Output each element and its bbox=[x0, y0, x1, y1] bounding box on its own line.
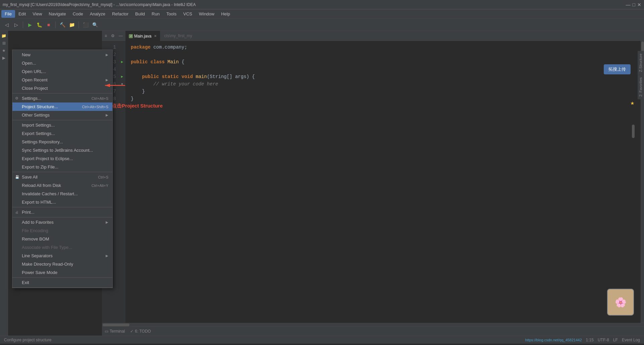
menu-file[interactable]: File bbox=[1, 10, 15, 18]
menu-run[interactable]: Run bbox=[148, 10, 163, 18]
menu-close-project[interactable]: Close Project bbox=[12, 84, 112, 92]
code-editor[interactable]: 1 2 3 4 5 6 7 8 9 ▶ ▶ bbox=[102, 41, 644, 323]
menu-power-save-mode-label: Power Save Mode bbox=[22, 270, 57, 275]
menu-view[interactable]: View bbox=[29, 10, 45, 18]
menu-import-settings[interactable]: Import Settings... bbox=[12, 121, 112, 129]
menu-code[interactable]: Code bbox=[69, 10, 87, 18]
right-scroll-handle[interactable] bbox=[631, 125, 636, 139]
back-button[interactable]: ◁ bbox=[3, 21, 11, 29]
todo-label: 6: TODO bbox=[135, 329, 151, 334]
settings-button[interactable]: ⬛ bbox=[82, 21, 90, 29]
menu-power-save-mode[interactable]: Power Save Mode bbox=[12, 268, 112, 277]
menu-settings[interactable]: ⚙ Settings... Ctrl+Alt+S bbox=[12, 94, 112, 102]
menu-refactor[interactable]: Refactor bbox=[109, 10, 132, 18]
menu-export-zip[interactable]: Export to Zip File... bbox=[12, 163, 112, 171]
debug-button[interactable]: 🐛 bbox=[35, 21, 43, 29]
menu-open[interactable]: Open... bbox=[12, 59, 112, 67]
menu-open-recent[interactable]: Open Recent ▶ bbox=[12, 76, 112, 84]
menu-exit[interactable]: Exit bbox=[12, 278, 112, 287]
tabs-pin[interactable]: — bbox=[117, 33, 124, 39]
status-line-sep: LF bbox=[613, 338, 618, 342]
tabs-left-scroll[interactable]: ≡ bbox=[103, 33, 108, 39]
upload-button[interactable]: 拓搜上传 bbox=[604, 64, 631, 74]
menu-section-import-export: Import Settings... Export Settings... Se… bbox=[12, 120, 112, 172]
menu-open-recent-arrow: ▶ bbox=[106, 78, 108, 82]
save-icon: 💾 bbox=[15, 175, 19, 179]
menu-build[interactable]: Build bbox=[132, 10, 148, 18]
menu-open-url[interactable]: Open URL... bbox=[12, 67, 112, 76]
menu-save-all[interactable]: 💾 Save All Ctrl+S bbox=[12, 173, 112, 181]
z-structure-label[interactable]: Z-Structure bbox=[638, 51, 644, 75]
toolbar-separator-1 bbox=[23, 21, 23, 28]
event-log-label[interactable]: Event Log bbox=[622, 338, 640, 342]
favorites-label[interactable]: 2: Favorites bbox=[638, 75, 644, 99]
toolbar: ◁ ▷ ▶ 🐛 ■ 🔨 📁 ⬛ 🔍 bbox=[0, 19, 644, 31]
menu-invalidate-caches[interactable]: Invalidate Caches / Restart... bbox=[12, 190, 112, 198]
run-button[interactable]: ▶ bbox=[26, 21, 34, 29]
project-icon[interactable]: 📁 bbox=[1, 33, 6, 38]
build-button[interactable]: 🔨 bbox=[58, 21, 66, 29]
menu-export-settings[interactable]: Export Settings... bbox=[12, 129, 112, 138]
run-gutter-icon-3[interactable]: ▶ bbox=[121, 58, 123, 66]
menu-save-all-label: Save All bbox=[22, 175, 38, 180]
menu-new[interactable]: New ▶ bbox=[12, 51, 112, 59]
menu-sync-settings[interactable]: Sync Settings to JetBrains Account... bbox=[12, 146, 112, 154]
menu-settings-repo[interactable]: Settings Repository... bbox=[12, 138, 112, 146]
forward-button[interactable]: ▷ bbox=[12, 21, 20, 29]
menu-other-settings[interactable]: Other Settings ▶ bbox=[12, 111, 112, 119]
menu-add-to-favorites[interactable]: Add to Favorites ▶ bbox=[12, 218, 112, 226]
tab-close-button[interactable]: ✕ bbox=[154, 34, 157, 38]
menu-print-label: Print... bbox=[22, 210, 35, 215]
menu-project-structure-shortcut: Ctrl+Alt+Shift+S bbox=[82, 105, 108, 109]
run-config-icon[interactable]: ▶ bbox=[2, 56, 5, 60]
menu-window[interactable]: Window bbox=[196, 10, 218, 18]
maximize-button[interactable]: □ bbox=[633, 2, 635, 7]
close-button[interactable]: ✕ bbox=[637, 2, 641, 7]
tabs-settings[interactable]: ⚙ bbox=[110, 33, 116, 39]
menu-edit[interactable]: Edit bbox=[15, 10, 29, 18]
search-button[interactable]: 🔍 bbox=[91, 21, 99, 29]
run-gutter-icon-5[interactable]: ▶ bbox=[121, 73, 123, 80]
decorative-thumbnail: 🌸 bbox=[607, 289, 634, 316]
todo-tab[interactable]: ✓ 6: TODO bbox=[130, 328, 151, 335]
h-scrollbar-thumb[interactable] bbox=[103, 324, 129, 326]
code-line-2 bbox=[131, 51, 635, 58]
terminal-tab[interactable]: ▭ Terminal bbox=[105, 328, 125, 335]
menu-analyze[interactable]: Analyze bbox=[87, 10, 109, 18]
menu-make-dir-readonly[interactable]: Make Directory Read-Only bbox=[12, 260, 112, 268]
structure-icon[interactable]: ⊞ bbox=[2, 41, 6, 46]
menu-section-file-ops: New ▶ Open... Open URL... Open Recent ▶ … bbox=[12, 50, 112, 93]
menu-section-print: 🖨 Print... bbox=[12, 207, 112, 217]
menu-line-separators[interactable]: Line Separators ▶ bbox=[12, 252, 112, 260]
horizontal-scrollbar[interactable] bbox=[102, 323, 644, 326]
favorites-icon[interactable]: ★ bbox=[2, 48, 6, 53]
menu-line-separators-arrow: ▶ bbox=[106, 254, 108, 258]
menu-navigate[interactable]: Navigate bbox=[45, 10, 69, 18]
menu-export-html[interactable]: Export to HTML... bbox=[12, 198, 112, 206]
menu-export-eclipse-label: Export Project to Eclipse... bbox=[22, 156, 73, 161]
minimize-button[interactable]: — bbox=[626, 2, 631, 7]
menu-reload-disk[interactable]: Reload All from Disk Ctrl+Alt+Y bbox=[12, 181, 112, 190]
menu-vcs[interactable]: VCS bbox=[180, 10, 196, 18]
left-panel-icons: 📁 ⊞ ★ ▶ bbox=[0, 31, 8, 336]
tab-main-java[interactable]: J Main.java ✕ bbox=[125, 31, 160, 41]
project-structure-button[interactable]: 📁 bbox=[68, 21, 76, 29]
right-panel-labels: Z-Structure 2: Favorites ★ bbox=[638, 51, 644, 99]
bookmark-gutter-icon-6: ◆ bbox=[121, 80, 123, 88]
menu-settings-shortcut: Ctrl+Alt+S bbox=[92, 96, 108, 100]
menu-open-url-label: Open URL... bbox=[22, 69, 46, 74]
menu-tools[interactable]: Tools bbox=[163, 10, 180, 18]
file-menu-dropdown: New ▶ Open... Open URL... Open Recent ▶ … bbox=[12, 50, 113, 288]
menu-help[interactable]: Help bbox=[218, 10, 233, 18]
menu-export-eclipse[interactable]: Export Project to Eclipse... bbox=[12, 154, 112, 163]
menu-print[interactable]: 🖨 Print... bbox=[12, 208, 112, 216]
code-content[interactable]: package com.company; public class Main {… bbox=[125, 41, 641, 323]
menu-remove-bom[interactable]: Remove BOM bbox=[12, 235, 112, 243]
stop-button[interactable]: ■ bbox=[45, 21, 53, 29]
code-line-5: public static void main(String[] args) { bbox=[131, 73, 635, 80]
tabs-bar: ≡ ⚙ — J Main.java ✕ cts\my_first_my bbox=[102, 31, 644, 41]
menu-project-structure[interactable]: Project Structure... Ctrl+Alt+Shift+S bbox=[12, 102, 112, 111]
status-bar: Configure project structure https://blog… bbox=[0, 336, 644, 344]
upload-button-label: 拓搜上传 bbox=[608, 67, 626, 72]
configure-project-label[interactable]: Configure project structure bbox=[4, 338, 51, 342]
